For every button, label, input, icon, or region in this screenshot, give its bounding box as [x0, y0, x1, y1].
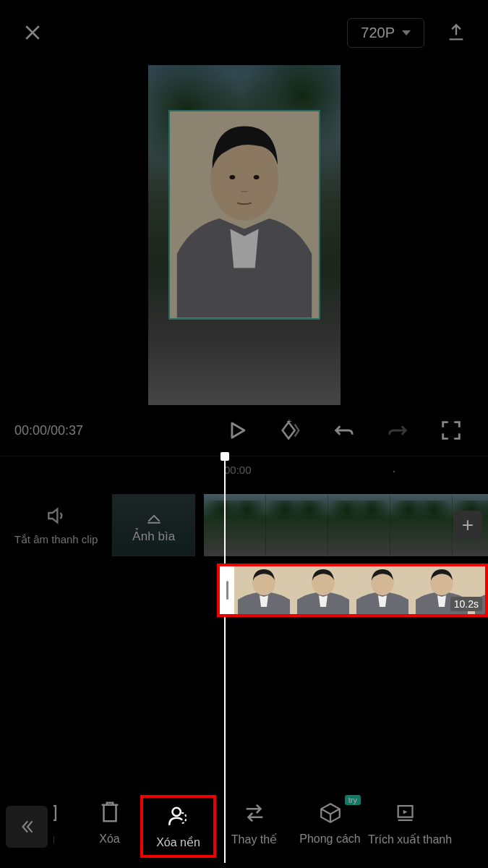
cover-button[interactable]: Ảnh bìa — [112, 494, 195, 556]
tool-label: Thay thế — [216, 833, 292, 846]
svg-rect-15 — [53, 806, 55, 820]
svg-text:+: + — [286, 418, 291, 427]
tool-label: Phong cách — [292, 833, 368, 846]
main-video-track[interactable]: + — [204, 494, 488, 556]
keyframe-button[interactable]: + — [278, 418, 303, 443]
svg-point-2 — [229, 175, 235, 179]
cover-label: Ảnh bìa — [132, 529, 175, 544]
clip-duration-badge: 10.2s — [450, 597, 482, 611]
close-button[interactable] — [22, 22, 43, 43]
tool-style[interactable]: try Phong cách — [292, 795, 368, 858]
add-clip-button[interactable]: + — [453, 511, 482, 540]
tool-label: Xóa — [79, 833, 140, 846]
tool-replace[interactable]: Thay thế — [216, 795, 292, 858]
timeline-ruler[interactable]: 00:00 · 00:02 — [0, 464, 488, 485]
timecode-display: 00:00/00:37 — [14, 423, 83, 438]
mute-label: Tắt âm thanh clip — [0, 533, 112, 546]
chevron-down-icon — [402, 30, 411, 35]
time-mark: 00:00 — [224, 464, 252, 476]
tool-delete[interactable]: Xóa — [79, 795, 140, 858]
undo-button[interactable] — [332, 418, 356, 443]
toolbar-back-button[interactable] — [6, 806, 48, 848]
fullscreen-button[interactable] — [439, 418, 463, 443]
export-button[interactable] — [446, 22, 466, 43]
tool-label: ng — [53, 833, 79, 846]
playhead[interactable] — [224, 456, 226, 863]
clip-handle-left[interactable] — [220, 566, 234, 614]
play-button[interactable] — [225, 418, 249, 443]
video-preview[interactable] — [0, 65, 488, 405]
resolution-selector[interactable]: 720P — [347, 18, 424, 48]
svg-point-16 — [172, 808, 180, 816]
svg-point-3 — [253, 175, 259, 179]
redo-button[interactable] — [385, 418, 410, 443]
overlay-clip-frame[interactable] — [168, 110, 320, 320]
tool-remove-background[interactable]: Xóa nền — [140, 795, 216, 858]
tool-extract-audio[interactable]: Trích xuất thanh — [368, 795, 444, 858]
mute-clip-button[interactable]: Tắt âm thanh clip — [0, 504, 112, 546]
try-badge: try — [345, 795, 361, 805]
tool-label: Trích xuất thanh — [368, 833, 444, 846]
tool-label: Xóa nền — [143, 835, 213, 849]
tool-prev[interactable]: ng — [53, 795, 79, 858]
overlay-track-selected[interactable]: 10.2s — [217, 563, 488, 617]
resolution-label: 720P — [361, 25, 395, 41]
